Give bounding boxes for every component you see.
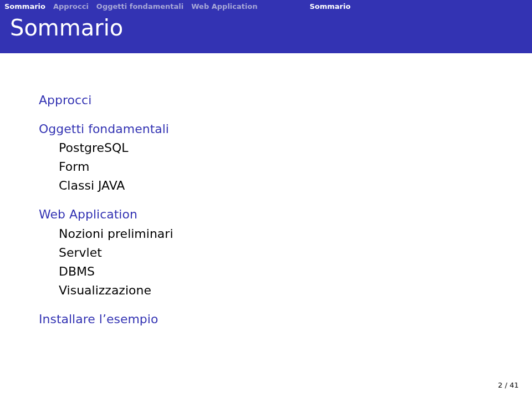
- toc-section-oggetti[interactable]: Oggetti fondamentali: [39, 120, 521, 139]
- toc-item-dbms[interactable]: DBMS: [59, 262, 521, 281]
- toc-section-approcci[interactable]: Approcci: [39, 91, 521, 110]
- toc-item-servlet[interactable]: Servlet: [59, 243, 521, 262]
- nav-item-webapp[interactable]: Web Application: [191, 2, 257, 11]
- slide-header: Sommario Approcci Oggetti fondamentali W…: [0, 0, 532, 53]
- page-number: 2 / 41: [498, 381, 519, 389]
- nav-subsection: Sommario: [310, 2, 351, 11]
- nav-item-oggetti[interactable]: Oggetti fondamentali: [96, 2, 183, 11]
- toc-section-webapp[interactable]: Web Application: [39, 205, 521, 224]
- nav-item-sommario[interactable]: Sommario: [4, 2, 45, 11]
- toc-item-visualizzazione[interactable]: Visualizzazione: [59, 281, 521, 300]
- nav-item-approcci[interactable]: Approcci: [53, 2, 89, 11]
- slide-title: Sommario: [0, 11, 532, 48]
- toc-section-installare[interactable]: Installare l’esempio: [39, 310, 521, 329]
- toc-item-nozioni[interactable]: Nozioni preliminari: [59, 225, 521, 243]
- slide-body: Approcci Oggetti fondamentali PostgreSQL…: [0, 53, 532, 329]
- toc-item-classi-java[interactable]: Classi JAVA: [59, 176, 521, 195]
- toc-item-postgresql[interactable]: PostgreSQL: [59, 139, 521, 157]
- toc-item-form[interactable]: Form: [59, 157, 521, 176]
- nav-bar: Sommario Approcci Oggetti fondamentali W…: [0, 0, 532, 11]
